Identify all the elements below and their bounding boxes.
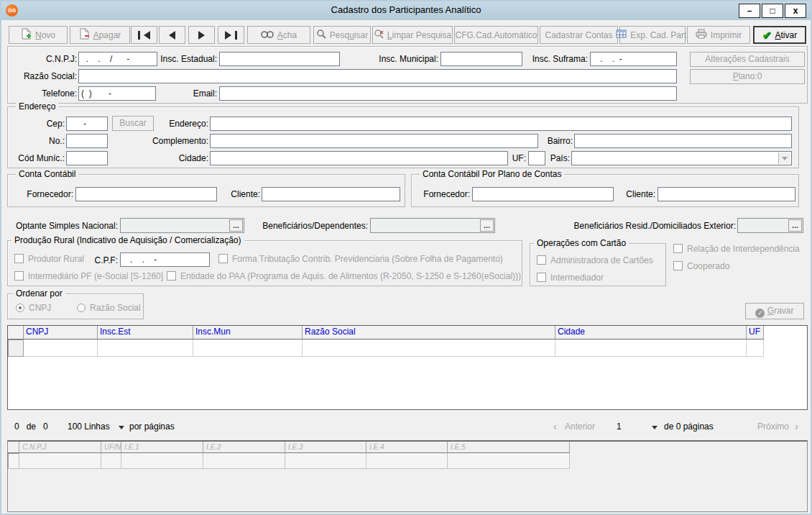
produtor-rural-checkbox[interactable]: [14, 254, 24, 263]
ellipsis-button[interactable]: ...: [788, 219, 802, 232]
cod-munic-input[interactable]: [66, 151, 108, 165]
window-title: Cadastro dos Participantes Analítico: [1, 4, 811, 15]
insc-suframa-input[interactable]: [590, 52, 677, 66]
grid-col-cnpj[interactable]: CNPJ: [24, 326, 98, 339]
grid-cell[interactable]: [98, 339, 193, 357]
uf-input[interactable]: [528, 151, 545, 165]
grid2-col-cnpj[interactable]: C.N.P.J: [19, 442, 101, 453]
grid2-col-ie5[interactable]: I.E.5: [448, 442, 570, 453]
intermediador-checkbox[interactable]: [537, 273, 546, 282]
grid2-col-ie1[interactable]: I.E.1: [121, 442, 203, 453]
insc-estadual-input[interactable]: [219, 52, 340, 66]
nav-last-button[interactable]: [218, 26, 244, 44]
grid-cell[interactable]: [24, 339, 98, 357]
administradora-checkbox[interactable]: [537, 255, 546, 265]
cpf-input[interactable]: [120, 252, 210, 267]
grid-col-razao-social[interactable]: Razão Social: [303, 326, 555, 339]
alteracoes-cadastrais-button[interactable]: Alterações Cadastrais: [690, 52, 805, 67]
grid2-cell[interactable]: [19, 453, 101, 469]
grid2-cell[interactable]: [203, 453, 285, 469]
intermediario-pf-checkbox[interactable]: [14, 271, 24, 281]
next-arrow-icon[interactable]: ›: [795, 420, 798, 432]
bairro-input[interactable]: [574, 134, 792, 148]
razao-social-input[interactable]: [78, 69, 677, 83]
complemento-input[interactable]: [210, 134, 538, 148]
cp-cliente-input[interactable]: [658, 187, 795, 201]
previous-arrow-icon[interactable]: ‹: [553, 420, 557, 432]
previous-button[interactable]: Anterior: [565, 421, 595, 432]
gravar-button[interactable]: ✓ Gravar: [745, 303, 804, 319]
dropdown-button[interactable]: [778, 152, 790, 164]
novo-label: Novo: [35, 30, 55, 40]
grid2-cell[interactable]: [285, 453, 366, 469]
grid-col-insc-est[interactable]: Insc.Est: [98, 326, 193, 339]
grid-cell[interactable]: [193, 339, 303, 357]
ordenar-razao-radio[interactable]: [77, 304, 86, 312]
close-button[interactable]: x: [785, 4, 806, 18]
beneficiarios-exterior-combo[interactable]: ...: [737, 218, 803, 233]
lines-per-page-value[interactable]: 100 Linhas: [68, 421, 110, 432]
optante-combo[interactable]: ...: [120, 218, 244, 233]
grid2-col-ie3[interactable]: I.E.3: [285, 442, 366, 453]
grid-cell[interactable]: [747, 339, 764, 357]
ordenar-cnpj-radio[interactable]: [16, 304, 24, 312]
grid-col-cidade[interactable]: Cidade: [555, 326, 747, 339]
grid2-cell[interactable]: [101, 453, 121, 469]
page-number-value[interactable]: 1: [617, 421, 622, 432]
limpar-pesquisa-button[interactable]: Limpar Pesquisa: [372, 26, 453, 44]
participants-grid[interactable]: CNPJ Insc.Est Insc.Mun Razão Social Cida…: [7, 325, 808, 410]
exp-cad-part-button[interactable]: Exp. Cad. Part.: [619, 26, 686, 44]
next-button[interactable]: Próximo: [757, 421, 789, 432]
pais-select[interactable]: [571, 151, 792, 165]
grid-cell[interactable]: [555, 339, 747, 357]
cc-cliente-input[interactable]: [262, 187, 400, 201]
cadastrar-contas-button[interactable]: Cadastrar Contas: [540, 26, 618, 44]
relacao-interdependencia-checkbox[interactable]: [673, 244, 683, 253]
grid2-cell[interactable]: [448, 453, 570, 469]
grid-col-uf[interactable]: UF: [747, 326, 764, 339]
grid-col-insc-mun[interactable]: Insc.Mun: [193, 326, 303, 339]
nav-prev-button[interactable]: [159, 26, 185, 44]
nav-next-button[interactable]: [188, 26, 215, 44]
pesquisar-button[interactable]: Pesquisar: [313, 26, 371, 44]
grid-cell[interactable]: [303, 339, 555, 357]
cooperado-checkbox[interactable]: [673, 261, 683, 270]
lines-dropdown-icon[interactable]: [119, 426, 124, 429]
ellipsis-button[interactable]: ...: [480, 219, 494, 232]
cc-fornecedor-input[interactable]: [75, 187, 217, 201]
grid2-cell[interactable]: [121, 453, 203, 469]
apagar-label: Apagar: [93, 30, 121, 40]
row-selector[interactable]: [8, 453, 19, 469]
row-selector[interactable]: [8, 339, 24, 357]
cep-input[interactable]: [66, 117, 108, 131]
telefone-input[interactable]: [78, 86, 156, 101]
ellipsis-button[interactable]: ...: [229, 219, 243, 232]
no-input[interactable]: [66, 134, 108, 148]
entidade-paa-checkbox[interactable]: [167, 271, 176, 281]
maximize-button[interactable]: □: [762, 4, 783, 18]
cp-fornecedor-input[interactable]: [472, 187, 614, 201]
inscriptions-grid[interactable]: C.N.P.J UF/NF I.E.1 I.E.2 I.E.3 I.E.4 I.…: [7, 440, 808, 512]
grid2-col-ie2[interactable]: I.E.2: [203, 442, 285, 453]
grid2-col-ie4[interactable]: I.E.4: [366, 442, 448, 453]
cfg-cad-automatico-button[interactable]: CFG.Cad.Automático: [454, 26, 538, 44]
beneficiarios-combo[interactable]: ...: [370, 218, 495, 233]
insc-municipal-input[interactable]: [440, 52, 522, 66]
imprimir-button[interactable]: Imprimir: [687, 26, 750, 44]
forma-tributacao-checkbox[interactable]: [218, 254, 228, 263]
plano-button[interactable]: Plano:0: [690, 69, 805, 84]
ativar-button[interactable]: ✔ Ativar: [753, 26, 806, 44]
grid2-col-ufnf[interactable]: UF/NF: [101, 442, 121, 453]
acha-button[interactable]: Acha: [247, 26, 310, 44]
page-dropdown-icon[interactable]: [652, 426, 658, 429]
email-input[interactable]: [219, 86, 677, 101]
cidade-input[interactable]: [210, 151, 508, 165]
endereco-input[interactable]: [210, 117, 792, 131]
imprimir-label: Imprimir: [711, 30, 742, 40]
nav-first-button[interactable]: [131, 26, 157, 44]
apagar-button[interactable]: Apagar: [70, 26, 130, 44]
grid2-cell[interactable]: [366, 453, 448, 469]
produtor-rural-label: Produtor Rural: [28, 254, 84, 264]
minimize-button[interactable]: –: [739, 4, 760, 18]
novo-button[interactable]: Novo: [9, 26, 68, 44]
